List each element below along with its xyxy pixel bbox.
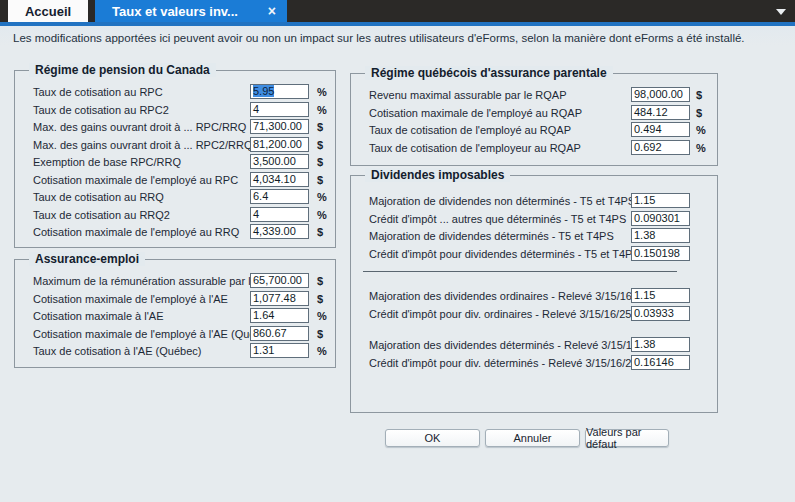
value-text: 1.64 (253, 309, 274, 321)
field-row: Cotisation maximale de l'employé au RRQ … (15, 224, 335, 242)
unit-symbol: % (317, 191, 327, 203)
field-label: Crédit d'impôt pour div. ordinaires - Re… (369, 308, 631, 320)
field-label: Taux de cotisation au RPC2 (33, 104, 169, 116)
value-input[interactable]: 1.38 (631, 337, 690, 352)
value-text: 860.67 (253, 327, 287, 339)
value-input[interactable]: 0.090301 (631, 211, 690, 226)
value-input[interactable]: 4,339.00 (250, 224, 309, 239)
value-text: 1,077.48 (253, 292, 296, 304)
value-input[interactable]: 5.95 (250, 84, 309, 99)
value-input[interactable]: 1.15 (631, 193, 690, 208)
unit-symbol: % (317, 345, 327, 357)
value-input[interactable]: 0.150198 (631, 246, 690, 261)
unit-symbol: $ (696, 89, 702, 101)
tab-accueil[interactable]: Accueil (8, 0, 88, 22)
unit-symbol: $ (317, 156, 323, 168)
group-dividendes-imposables: Dividendes imposables Majoration de divi… (350, 175, 718, 413)
rpc-rows: Taux de cotisation au RPC 5.95 % Taux de… (15, 84, 335, 242)
active-tab-underline (0, 22, 795, 26)
field-row: Crédit d'impôt pour dividendes déterminé… (351, 246, 717, 264)
ae-rows: Maximum de la rémunération assurable par… (15, 273, 335, 361)
chevron-down-icon[interactable] (776, 9, 786, 15)
defaults-button[interactable]: Valeurs par défaut (585, 429, 669, 447)
group-title: Dividendes imposables (365, 168, 510, 182)
field-label: Cotisation maximale de l'employé à l'AE … (33, 328, 277, 340)
unit-symbol: % (696, 142, 706, 154)
field-label: Taux de cotisation de l'employé au RQAP (369, 124, 571, 136)
value-text: 81,200.00 (253, 138, 302, 150)
tab-taux-label: Taux et valeurs inv... (112, 4, 238, 19)
value-text: 4 (253, 208, 259, 220)
unit-symbol: % (317, 104, 327, 116)
field-label: Majoration de dividendes non déterminés … (369, 195, 635, 207)
value-input[interactable]: 0.03933 (631, 306, 690, 321)
unit-symbol: $ (317, 139, 323, 151)
cancel-button[interactable]: Annuler (485, 429, 580, 447)
value-text: 1.31 (253, 344, 274, 356)
field-label: Taux de cotisation de l'employeur au RQA… (369, 142, 581, 154)
value-input[interactable]: 4 (250, 207, 309, 222)
field-label: Crédit d'impôt pour dividendes déterminé… (369, 248, 640, 260)
field-row: Taux de cotisation au RPC 5.95 % (15, 84, 335, 102)
field-label: Taux de cotisation au RRQ (33, 191, 164, 203)
field-label: Revenu maximal assurable par le RQAP (369, 89, 566, 101)
tab-taux-et-valeurs[interactable]: Taux et valeurs inv... × (95, 0, 287, 22)
eforms-rates-window: Accueil Taux et valeurs inv... × Les mod… (0, 0, 795, 502)
field-row: Majoration de dividendes déterminés - T5… (351, 228, 717, 246)
close-icon[interactable]: × (268, 1, 276, 21)
field-row: Cotisation maximale de l'employé au RPC … (15, 172, 335, 190)
value-text: 0.692 (634, 141, 662, 153)
field-label: Cotisation maximale de l'employé à l'AE (33, 293, 228, 305)
unit-symbol: % (317, 310, 327, 322)
field-label: Taux de cotisation au RPC (33, 86, 163, 98)
value-input[interactable]: 4,034.10 (250, 172, 309, 187)
value-input[interactable]: 65,700.00 (250, 273, 309, 288)
value-text: 4,034.10 (253, 173, 296, 185)
section-divider (363, 271, 677, 272)
notice-text: Les modifications apportées ici peuvent … (13, 32, 745, 44)
value-input[interactable]: 1.64 (250, 308, 309, 323)
dividends-t5-rows: Majoration de dividendes non déterminés … (351, 193, 717, 263)
rqap-rows: Revenu maximal assurable par le RQAP 98,… (351, 87, 717, 157)
value-input[interactable]: 0.494 (631, 122, 690, 137)
value-input[interactable]: 4 (250, 102, 309, 117)
field-row: Max. des gains ouvrant droit à ... RPC/R… (15, 119, 335, 137)
value-input[interactable]: 3,500.00 (250, 154, 309, 169)
unit-symbol: % (317, 86, 327, 98)
field-label: Cotisation maximale de l'employé au RQAP (369, 107, 582, 119)
value-input[interactable]: 860.67 (250, 326, 309, 341)
field-label: Majoration des dividendes ordinaires - R… (369, 290, 647, 302)
field-label: Max. des gains ouvrant droit à ... RPC2/… (33, 139, 259, 151)
field-row: Cotisation maximale de l'employé à l'AE … (15, 291, 335, 309)
field-label: Cotisation maximale de l'employé au RRQ (33, 226, 239, 238)
field-row: Cotisation maximale de l'employé à l'AE … (15, 326, 335, 344)
value-input[interactable]: 484.12 (631, 105, 690, 120)
field-label: Maximum de la rémunération assurable par… (33, 275, 267, 287)
value-input[interactable]: 1.31 (250, 343, 309, 358)
value-text: 484.12 (634, 106, 668, 118)
field-label: Max. des gains ouvrant droit à ... RPC/R… (33, 121, 246, 133)
field-row: Majoration des dividendes ordinaires - R… (351, 288, 717, 306)
value-input[interactable]: 1.38 (631, 228, 690, 243)
field-label: Taux de cotisation à l'AE (Québec) (33, 345, 201, 357)
value-text: 3,500.00 (253, 155, 296, 167)
value-input[interactable]: 1.15 (631, 288, 690, 303)
group-title: Régime de pension du Canada (29, 63, 216, 77)
ok-button[interactable]: OK (385, 429, 480, 447)
value-input[interactable]: 1,077.48 (250, 291, 309, 306)
value-input[interactable]: 6.4 (250, 189, 309, 204)
unit-symbol: $ (317, 174, 323, 186)
unit-symbol: $ (317, 226, 323, 238)
unit-symbol: $ (317, 293, 323, 305)
value-input[interactable]: 81,200.00 (250, 137, 309, 152)
value-input[interactable]: 0.692 (631, 140, 690, 155)
value-input[interactable]: 0.16146 (631, 355, 690, 370)
unit-symbol: $ (317, 275, 323, 287)
value-text: 1.15 (634, 289, 655, 301)
field-row: Maximum de la rémunération assurable par… (15, 273, 335, 291)
field-label: Majoration de dividendes déterminés - T5… (369, 230, 614, 242)
value-input[interactable]: 71,300.00 (250, 119, 309, 134)
group-rqap: Régime québécois d'assurance parentale R… (350, 73, 718, 166)
value-text: 4,339.00 (253, 225, 296, 237)
value-input[interactable]: 98,000.00 (631, 87, 690, 102)
